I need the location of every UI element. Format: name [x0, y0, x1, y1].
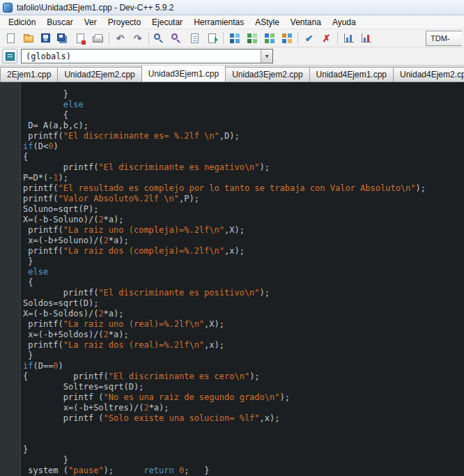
- code-line: }: [23, 455, 464, 466]
- goto-line-button[interactable]: [203, 30, 221, 46]
- menu-item-ver[interactable]: Ver: [79, 16, 102, 29]
- code-area[interactable]: } else { D= A(a,b,c); printf("El discrim…: [21, 82, 464, 476]
- code-line: Soltres=sqrt(D);: [23, 382, 464, 392]
- save-icon: [41, 33, 50, 43]
- menu-item-edición[interactable]: Edición: [3, 16, 41, 29]
- toolbar-buttons: ↶↷✔✗: [2, 30, 375, 46]
- menu-item-herramientas[interactable]: Herramientas: [188, 16, 249, 29]
- toolbar: ↶↷✔✗ TDM-: [0, 29, 464, 47]
- scope-selector-value: (globals): [22, 52, 71, 61]
- find-button[interactable]: [151, 30, 169, 46]
- tab-Unidad3Ejem2.cpp[interactable]: Unidad3Ejem2.cpp: [225, 67, 309, 82]
- code-line: {: [23, 152, 464, 162]
- code-line: }: [23, 89, 464, 100]
- replace-button[interactable]: [169, 30, 186, 46]
- report-icon: [6, 52, 15, 61]
- toolbar-separator: [148, 32, 149, 45]
- rebuild-icon: [282, 33, 292, 43]
- code-line: system ("pause"); return 0; }: [23, 466, 464, 476]
- tab-Unidad4Ejem2.cpp[interactable]: Unidad4Ejem2.cpp: [393, 67, 464, 82]
- code-line: X=(-b-Soluno)/(2*a);: [23, 215, 464, 225]
- code-line: x=(-b+Soluno)/(2*a);: [23, 236, 464, 246]
- compile-button[interactable]: [226, 30, 243, 46]
- syntax-check-button[interactable]: ✔: [300, 30, 318, 46]
- title-bar: tafolio\Unidad3Ejem1.cpp - Dev-C++ 5.9.2: [0, 0, 464, 15]
- editor-gutter[interactable]: [0, 82, 21, 476]
- code-line: P=D*(-1);: [23, 173, 464, 183]
- menu-item-ventana[interactable]: Ventana: [285, 16, 327, 29]
- code-line: printf("El resultado es complejo por lo …: [23, 183, 464, 194]
- code-line: else: [23, 100, 464, 110]
- compile-run-icon: [265, 33, 274, 43]
- code-line: printf("La raiz uno (real)=%.2lf\n",X);: [23, 319, 464, 330]
- toolbar-separator: [297, 32, 298, 45]
- code-line: printf("La raiz dos (real)=%.2lf\n",x);: [23, 340, 464, 351]
- compile-run-button[interactable]: [261, 30, 278, 46]
- app-icon: [3, 3, 13, 13]
- tab-Unidad3Ejem1.cpp[interactable]: Unidad3Ejem1.cpp: [141, 66, 226, 82]
- new-file-icon: [7, 33, 15, 43]
- chevron-down-icon[interactable]: ▼: [261, 49, 272, 63]
- close-file-button[interactable]: [72, 30, 89, 46]
- code-line: if(D==0): [23, 361, 464, 371]
- profile-delete-icon: [362, 33, 371, 43]
- code-line: if(D<0): [23, 141, 464, 152]
- abort-button[interactable]: ✗: [318, 30, 335, 46]
- code-line: printf("La raiz dos (compleja)=%.2lf\n",…: [23, 246, 464, 256]
- run-button[interactable]: [243, 30, 261, 46]
- redo-button[interactable]: ↷: [129, 30, 146, 46]
- code-line: printf ("No es una raiz de segundo grado…: [23, 392, 464, 403]
- menu-bar: EdiciónBuscarVerProyectoEjecutarHerramie…: [0, 15, 464, 29]
- code-line: [23, 424, 464, 434]
- profile-button[interactable]: [340, 30, 357, 46]
- code-line: x=(-b+Soltres)/(2*a);: [23, 403, 464, 413]
- report-toggle-button[interactable]: [2, 49, 17, 63]
- code-line: }: [23, 351, 464, 361]
- save-all-button[interactable]: [54, 30, 72, 46]
- scope-selector[interactable]: (globals) ▼: [21, 49, 273, 63]
- code-line: printf("El discriminante es negativo\n")…: [23, 162, 464, 173]
- compile-icon: [230, 33, 240, 43]
- code-line: printf("El discriminante es= %.2lf \n",D…: [23, 131, 464, 141]
- save-button[interactable]: [37, 30, 54, 46]
- code-line: x=(-b+Soldos)/(2*a);: [23, 330, 464, 340]
- find-in-files-button[interactable]: [186, 30, 203, 46]
- goto-line-icon: [208, 33, 216, 43]
- code-line: }: [23, 256, 464, 267]
- profile-icon: [344, 33, 354, 43]
- compiler-select[interactable]: TDM-: [426, 31, 462, 46]
- open-file-button[interactable]: [20, 30, 37, 46]
- code-editor[interactable]: } else { D= A(a,b,c); printf("El discrim…: [0, 82, 464, 476]
- redo-icon: ↷: [134, 33, 142, 43]
- code-line: printf ("Solo existe una solucion= %lf",…: [23, 413, 464, 424]
- toolbar-separator: [337, 32, 338, 45]
- menu-item-astyle[interactable]: AStyle: [249, 16, 285, 29]
- menu-item-ayuda[interactable]: Ayuda: [327, 16, 362, 29]
- toolbar-separator: [223, 32, 224, 45]
- run-icon: [247, 33, 257, 43]
- menu-item-buscar[interactable]: Buscar: [41, 16, 78, 29]
- print-button[interactable]: [89, 30, 107, 46]
- replace-icon: [171, 33, 178, 40]
- new-file-button[interactable]: [2, 30, 20, 46]
- rebuild-button[interactable]: [278, 30, 295, 46]
- compiler-select-label: TDM-: [431, 34, 450, 43]
- code-line: Soldos=sqrt(D);: [23, 298, 464, 309]
- code-line: [23, 434, 464, 445]
- tab-2Ejem1.cpp[interactable]: 2Ejem1.cpp: [0, 67, 58, 82]
- code-line: printf("Valor Absoluto%.2lf \n",P);: [23, 194, 464, 204]
- profile-delete-button[interactable]: [357, 30, 375, 46]
- code-line: {: [23, 277, 464, 288]
- syntax-check-icon: ✔: [305, 33, 314, 43]
- tab-Unidad2Ejem2.cpp[interactable]: Unidad2Ejem2.cpp: [57, 67, 141, 82]
- menu-item-ejecutar[interactable]: Ejecutar: [146, 16, 188, 29]
- undo-button[interactable]: ↶: [111, 30, 129, 46]
- tab-Unidad4Ejem1.cpp[interactable]: Unidad4Ejem1.cpp: [309, 67, 394, 82]
- toolbar-separator: [109, 32, 109, 45]
- code-line: X=(-b-Soldos)/(2*a);: [23, 309, 464, 319]
- abort-icon: ✗: [323, 33, 331, 43]
- tab-bar: 2Ejem1.cppUnidad2Ejem2.cppUnidad3Ejem1.c…: [0, 66, 464, 82]
- code-line: else: [23, 267, 464, 277]
- menu-item-proyecto[interactable]: Proyecto: [102, 16, 146, 29]
- code-line: }: [23, 445, 464, 455]
